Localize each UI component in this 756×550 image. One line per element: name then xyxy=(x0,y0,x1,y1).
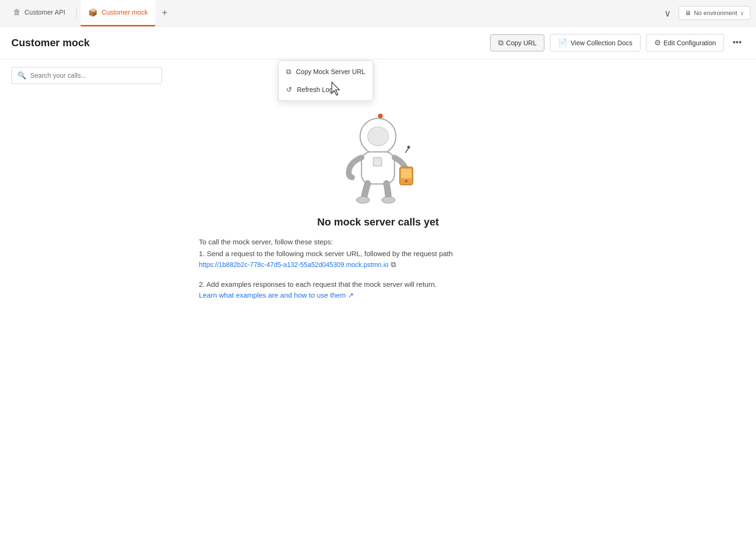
mock-url-text: https://1b882b2c-778c-47d5-a132-55a52d04… xyxy=(199,261,388,268)
step-1-text: 1. Send a request to the following mock … xyxy=(199,250,557,258)
more-icon: ••• xyxy=(733,38,742,48)
svg-point-11 xyxy=(356,197,370,203)
step-2: 2. Add examples responses to each reques… xyxy=(199,280,557,300)
tab-customer-api-label: Customer API xyxy=(25,8,65,16)
step-1: 1. Send a request to the following mock … xyxy=(199,250,557,269)
learn-more-text: Learn what examples are and how to use t… xyxy=(199,291,354,300)
edit-config-label: Edit Configuration xyxy=(664,39,716,47)
page-title: Customer mock xyxy=(11,37,90,49)
svg-point-3 xyxy=(407,146,410,149)
astronaut-illustration xyxy=(336,110,420,205)
edit-config-button[interactable]: ⚙ Edit Configuration xyxy=(646,34,724,51)
copy-mock-server-url-label: Copy Mock Server URL xyxy=(296,68,365,75)
tab-add-button[interactable]: + xyxy=(157,6,172,21)
toolbar: Customer mock ⧉ Copy URL 📄 View Collecti… xyxy=(0,26,756,59)
mock-url-link[interactable]: https://1b882b2c-778c-47d5-a132-55a52d04… xyxy=(199,261,388,268)
svg-line-2 xyxy=(405,148,409,153)
tab-bar-right: ∨ 🖥 No environment ∨ xyxy=(660,6,750,21)
docs-icon: 📄 xyxy=(558,38,567,47)
gear-icon: ⚙ xyxy=(654,38,661,47)
tab-customer-api[interactable]: 🗑 Customer API xyxy=(6,0,73,26)
main-content: Customer mock ⧉ Copy URL 📄 View Collecti… xyxy=(0,26,756,550)
svg-point-5 xyxy=(368,127,388,146)
svg-point-12 xyxy=(382,197,395,203)
svg-rect-7 xyxy=(373,158,382,166)
refresh-logs-label: Refresh Logs xyxy=(297,86,336,93)
svg-point-10 xyxy=(405,180,408,183)
view-docs-button[interactable]: 📄 View Collection Docs xyxy=(550,34,640,51)
empty-title: No mock server calls yet xyxy=(317,216,439,228)
env-icon: 🖥 xyxy=(685,9,691,17)
refresh-icon: ↺ xyxy=(286,85,292,94)
copy-dropdown-icon: ⧉ xyxy=(286,67,291,76)
copy-url-button[interactable]: ⧉ Copy URL xyxy=(490,34,545,51)
env-label: No environment xyxy=(694,9,737,17)
learn-more-link[interactable]: Learn what examples are and how to use t… xyxy=(199,291,354,300)
tab-bar: 🗑 Customer API 📦 Customer mock + ∨ 🖥 No … xyxy=(0,0,756,26)
copy-url-label: Copy URL xyxy=(506,39,537,47)
search-wrapper: 🔍 xyxy=(11,67,162,84)
copy-url-small-icon[interactable]: ⧉ xyxy=(391,260,396,268)
steps-container: To call the mock server, follow these st… xyxy=(199,238,557,311)
empty-state: No mock server calls yet To call the moc… xyxy=(0,92,756,339)
environment-selector[interactable]: 🖥 No environment ∨ xyxy=(679,6,750,20)
copy-icon: ⧉ xyxy=(498,39,503,47)
svg-rect-9 xyxy=(401,169,411,178)
view-docs-label: View Collection Docs xyxy=(570,39,632,47)
chevron-down-icon: ∨ xyxy=(740,10,744,17)
tab-chevron-button[interactable]: ∨ xyxy=(660,6,675,21)
svg-point-1 xyxy=(378,114,383,118)
step-2-text: 2. Add examples responses to each reques… xyxy=(199,280,557,288)
search-icon: 🔍 xyxy=(17,71,26,80)
copy-mock-server-url-item[interactable]: ⧉ Copy Mock Server URL xyxy=(279,63,373,81)
dropdown-menu: ⧉ Copy Mock Server URL ↺ Refresh Logs xyxy=(278,60,373,101)
tab-customer-mock[interactable]: 📦 Customer mock xyxy=(81,0,155,26)
refresh-logs-item[interactable]: ↺ Refresh Logs xyxy=(279,81,373,99)
empty-description: To call the mock server, follow these st… xyxy=(199,238,557,246)
tab-separator xyxy=(76,8,77,19)
mock-icon: 📦 xyxy=(88,8,98,17)
svg-rect-6 xyxy=(362,152,394,184)
more-options-button[interactable]: ••• xyxy=(730,35,745,50)
search-area: 🔍 xyxy=(0,59,756,92)
trash-icon: 🗑 xyxy=(13,8,21,17)
tab-customer-mock-label: Customer mock xyxy=(101,8,148,16)
search-input[interactable] xyxy=(30,72,156,79)
